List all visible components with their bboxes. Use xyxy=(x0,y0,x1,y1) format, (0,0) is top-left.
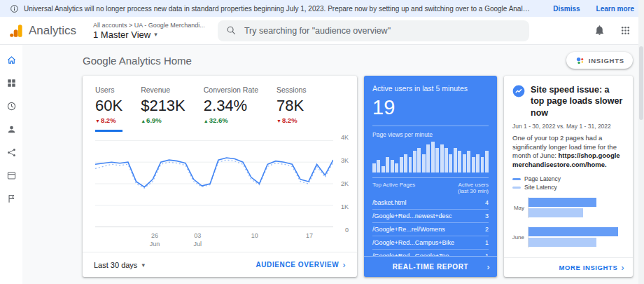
active-users-count: 19 xyxy=(364,93,497,126)
pageview-bar xyxy=(463,154,466,173)
sidebar-item-audience[interactable] xyxy=(2,120,20,138)
x-tick-label: 03Jul xyxy=(193,232,202,248)
apps-grid-icon[interactable] xyxy=(620,25,631,36)
y-tick-label: 2K xyxy=(341,180,349,187)
search-icon xyxy=(226,25,237,36)
pageview-bar xyxy=(417,148,421,173)
overview-chart-svg xyxy=(95,137,333,230)
top-bar: Analytics All accounts > UA - Google Mer… xyxy=(0,17,644,45)
latency-category-label: June xyxy=(508,234,528,241)
metric-label: Sessions xyxy=(276,86,307,94)
col-top-active-pages: Top Active Pages xyxy=(372,182,415,194)
overview-plot xyxy=(95,137,333,230)
chevron-right-icon: › xyxy=(621,263,624,273)
chevron-right-icon: › xyxy=(486,262,490,272)
metric-label: Conversion Rate xyxy=(204,86,258,94)
active-page-users: 2 xyxy=(485,226,489,233)
active-page-path: /basket.html xyxy=(372,199,407,206)
latency-bar xyxy=(528,238,596,247)
active-page-users: 3 xyxy=(485,212,489,219)
active-page-row[interactable]: /Google+Red...newest+desc3 xyxy=(372,209,489,222)
behavior-icon xyxy=(6,170,17,181)
insight-body: One of your top 2 pages had a significan… xyxy=(504,130,633,170)
sidebar-item-conversions[interactable] xyxy=(2,189,20,208)
sidebar-item-customization[interactable] xyxy=(2,74,20,92)
active-page-row[interactable]: /basket.html4 xyxy=(372,196,489,209)
legend-label: Page Latency xyxy=(524,175,561,182)
pageview-bar xyxy=(440,144,444,173)
active-page-row[interactable]: /Google+Red...Google+Tee1 xyxy=(372,249,489,256)
active-page-path: /Google+Red...newest+desc xyxy=(372,212,452,219)
insight-legend: Page LatencySite Latency xyxy=(504,170,633,192)
metric-value: $213K xyxy=(141,97,186,115)
active-page-row[interactable]: /Google+Red...Campus+Bike1 xyxy=(372,236,489,249)
pageview-bar xyxy=(391,160,394,173)
realtime-icon xyxy=(6,101,17,111)
latency-row: June xyxy=(508,226,623,248)
metric-delta: ▼8.2% xyxy=(276,116,307,124)
sidebar-item-home[interactable] xyxy=(2,50,20,69)
metric-tab-users[interactable]: Users60K▼8.2% xyxy=(95,86,122,132)
pageview-bar xyxy=(372,163,376,173)
overview-x-labels: 26Jun03Jul1017 xyxy=(95,232,333,252)
metric-tab-conversion-rate[interactable]: Conversion Rate2.34%▲32.6% xyxy=(204,86,258,132)
scrollbar-thumb[interactable] xyxy=(639,46,643,120)
legend-swatch xyxy=(512,178,521,180)
overview-y-labels: 4K3K2K1K0 xyxy=(333,137,351,230)
legend-swatch xyxy=(512,187,521,189)
pageview-bar xyxy=(400,157,403,173)
learn-more-link[interactable]: Learn more xyxy=(596,5,634,13)
pageview-bar xyxy=(413,151,416,173)
audience-overview-link[interactable]: AUDIENCE OVERVIEW › xyxy=(255,260,346,270)
vertical-scrollbar[interactable] xyxy=(638,0,644,284)
pageview-bar xyxy=(395,163,398,173)
banner-message: Universal Analytics will no longer proce… xyxy=(24,5,532,13)
metrics-row: Users60K▼8.2%Revenue$213K▲6.9%Conversion… xyxy=(83,76,357,132)
x-tick-label: 26Jun xyxy=(150,232,160,248)
date-range-selector[interactable]: Last 30 days ▾ xyxy=(94,261,145,269)
pageview-bar xyxy=(426,144,430,173)
pageview-bar xyxy=(409,157,412,173)
insights-button-label: INSIGHTS xyxy=(589,57,624,65)
dismiss-button[interactable]: Dismiss xyxy=(553,5,580,13)
analytics-logo-icon[interactable] xyxy=(8,23,24,39)
metric-tab-revenue[interactable]: Revenue$213K▲6.9% xyxy=(141,86,186,132)
overview-footer: Last 30 days ▾ AUDIENCE OVERVIEW › xyxy=(83,252,357,277)
realtime-report-link[interactable]: REAL-TIME REPORT › xyxy=(364,256,497,277)
notifications-bell-icon[interactable] xyxy=(594,25,606,36)
metric-value: 60K xyxy=(95,97,122,115)
account-switcher[interactable]: All accounts > UA - Google Merchandi... … xyxy=(93,22,205,40)
acquisition-icon xyxy=(6,147,17,158)
sidebar-item-acquisition[interactable] xyxy=(2,143,20,161)
more-insights-link[interactable]: MORE INSIGHTS › xyxy=(559,263,624,273)
active-page-users: 4 xyxy=(485,199,489,206)
realtime-table-header: Top Active Pages Active users (last 30 m… xyxy=(372,177,489,196)
pageview-bar xyxy=(386,157,389,173)
search-input[interactable] xyxy=(243,25,521,36)
realtime-bars xyxy=(372,142,489,173)
pageview-bar xyxy=(431,142,435,173)
active-page-row[interactable]: /Google+Re...rel/Womens2 xyxy=(372,222,489,236)
search-bar[interactable] xyxy=(218,20,529,41)
analytics-app: Universal Analytics will no longer proce… xyxy=(0,0,644,284)
date-range-label: Last 30 days xyxy=(94,261,137,269)
col-active-users: Active users (last 30 min) xyxy=(448,182,489,194)
latency-bar xyxy=(528,198,596,207)
customization-icon xyxy=(6,78,17,88)
chevron-right-icon: › xyxy=(342,260,346,270)
insights-button[interactable]: INSIGHTS xyxy=(566,52,633,69)
chevron-down-icon: ▾ xyxy=(141,262,145,269)
latency-category-label: May xyxy=(508,205,528,211)
sidebar xyxy=(0,45,22,284)
sidebar-item-behavior[interactable] xyxy=(2,166,20,184)
insight-title: Site speed issue: a top page loads slowe… xyxy=(531,84,624,119)
active-page-users: 1 xyxy=(485,239,489,246)
breadcrumb: All accounts > UA - Google Merchandi... xyxy=(93,22,205,29)
home-icon xyxy=(6,55,17,65)
metric-tab-sessions[interactable]: Sessions78K▼8.2% xyxy=(276,86,307,132)
y-tick-label: 0 xyxy=(345,226,349,234)
realtime-card: Active users in last 5 minutes 19 Page v… xyxy=(364,76,497,277)
x-tick-label: 17 xyxy=(306,232,313,241)
sidebar-item-realtime[interactable] xyxy=(2,97,20,115)
pageview-bar xyxy=(444,148,448,173)
